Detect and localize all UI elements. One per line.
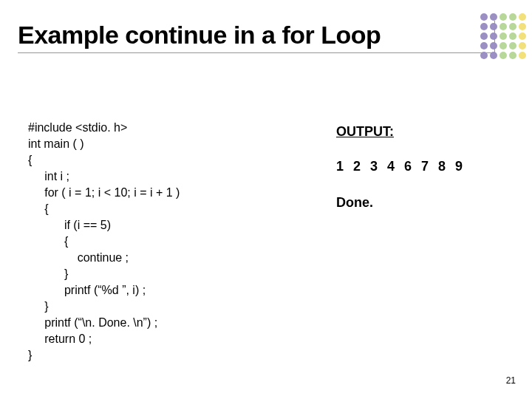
code-line: continue ; <box>28 251 129 264</box>
output-done: Done. <box>336 195 466 211</box>
code-line: } <box>28 349 32 361</box>
code-line: int main ( ) <box>28 137 84 150</box>
output-block: OUTPUT: 1 2 3 4 6 7 8 9 Done. <box>336 124 466 211</box>
code-line: #include <stdio. h> <box>28 121 127 134</box>
code-line: } <box>28 267 68 280</box>
code-line: printf (“\n. Done. \n”) ; <box>28 316 157 329</box>
output-numbers: 1 2 3 4 6 7 8 9 <box>336 159 466 174</box>
code-line: } <box>28 300 49 313</box>
slide-title: Example continue in a for Loop <box>18 21 494 50</box>
code-line: int i ; <box>28 170 69 183</box>
code-block: #include <stdio. h> int main ( ) { int i… <box>28 120 301 364</box>
title-container: Example continue in a for Loop <box>18 21 495 53</box>
code-line: printf (“%d ”, i) ; <box>28 284 146 296</box>
code-line: { <box>28 202 49 215</box>
code-line: { <box>28 154 32 166</box>
output-heading: OUTPUT: <box>336 124 466 140</box>
code-line: return 0 ; <box>28 332 92 345</box>
code-line: for ( i = 1; i < 10; i = i + 1 ) <box>28 186 180 199</box>
code-line: { <box>28 235 68 248</box>
page-number: 21 <box>506 375 516 386</box>
code-line: if (i == 5) <box>28 219 111 231</box>
slide: Example continue in a for Loop #include … <box>0 0 532 399</box>
